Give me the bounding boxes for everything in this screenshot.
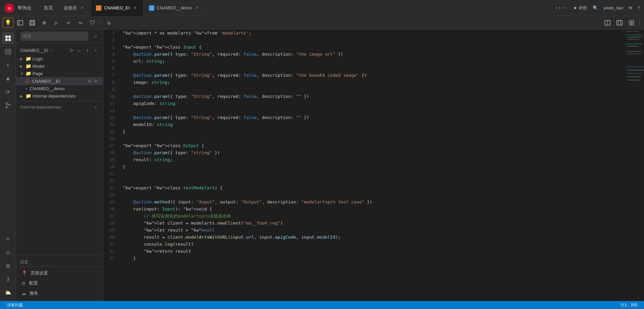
panel-collapse-button[interactable]: ◁ — [91, 32, 99, 40]
user-name[interactable]: yeats_liao — [603, 5, 623, 10]
code-line-21[interactable] — [120, 170, 624, 177]
code-line-6[interactable] — [120, 65, 624, 72]
code-line-4[interactable]: @action.param({ type: "String", required… — [120, 51, 624, 58]
icon-sidebar-globe-button[interactable]: ◎ — [2, 246, 14, 258]
icon-sidebar-cloud-button[interactable]: ⛅ — [2, 286, 14, 298]
code-line-2[interactable] — [120, 37, 624, 44]
editor-area: 1234567891011121314151617181920212223242… — [103, 29, 644, 301]
icon-sidebar-camera-button[interactable]: ⊙ — [2, 233, 14, 245]
icon-sidebar-history-button[interactable]: ⟳ — [2, 86, 14, 98]
tree-chevron-internal: ▶ — [20, 94, 24, 98]
code-line-20[interactable]: } — [120, 163, 624, 170]
search-button[interactable]: 🔍 — [593, 5, 598, 10]
external-deps-add-button[interactable]: ＋ — [92, 104, 99, 111]
code-line-17[interactable]: "kw">export "kw">class Output { — [120, 142, 624, 149]
file-tree-run-button[interactable]: ▷ — [76, 47, 83, 54]
code-line-33[interactable]: } — [120, 255, 624, 262]
settings-item-service[interactable]: ☁ 服务 — [16, 288, 103, 298]
tree-item-model[interactable]: ▶ 📁 Model — [16, 62, 103, 70]
toolbar-run-button[interactable]: ▷ — [51, 18, 62, 28]
review-icon: ★ — [573, 5, 577, 10]
toolbar-split-view-button[interactable] — [602, 18, 613, 28]
tree-item-cnameo-ei[interactable]: ⬡ CNAMEO__EI ⧉ ✏ — [16, 77, 103, 85]
status-cursor-position[interactable]: 行1，列0 — [618, 301, 640, 309]
code-line-18[interactable]: @action.param({ type: "string" }) — [120, 149, 624, 156]
tree-item-internal-deps[interactable]: ▶ 📁 Internal dependencies — [16, 92, 103, 100]
code-line-26[interactable]: run(input: Input): "kw">void { — [120, 205, 624, 212]
code-line-29[interactable]: "kw">let result = "kw">null — [120, 227, 624, 234]
toolbar-settings-button[interactable]: ⚙ — [39, 18, 50, 28]
toolbar-columns-button[interactable] — [614, 18, 625, 28]
file-tree-add-button[interactable]: ＋ — [92, 47, 99, 54]
code-content[interactable]: "kw">import * as modelarts "kw">from 'mo… — [120, 29, 624, 301]
tree-item-cnameo-demo[interactable]: ▪ CNAMEO__demo — [16, 85, 103, 92]
tree-item-logic[interactable]: ▶ 📁 Logic — [16, 55, 103, 62]
file-tree-dropdown-arrow[interactable]: ▾ — [50, 49, 52, 52]
line-number-23: 23 — [103, 184, 120, 191]
file-tree-expand-button[interactable]: ⬇ — [84, 47, 91, 54]
code-line-16[interactable] — [120, 135, 624, 142]
search-input[interactable] — [20, 32, 88, 41]
review-button[interactable]: ★ 评价 — [573, 5, 587, 11]
tree-item-page[interactable]: ▼ 📁 Page — [16, 70, 103, 77]
icon-sidebar-terminal-button[interactable]: ▤ — [2, 259, 14, 271]
tab-connector-close[interactable]: ✕ — [79, 5, 85, 11]
icon-sidebar-grid-button[interactable] — [2, 32, 14, 44]
tab-connector[interactable]: 连接器 ✕ — [58, 0, 91, 16]
code-line-3[interactable]: "kw">export "kw">class Input { — [120, 44, 624, 51]
tree-item-cnameo-ei-edit[interactable]: ✏ — [93, 78, 99, 84]
settings-item-config[interactable]: ⚙ 配置 — [16, 278, 103, 288]
file-tree-header: CNAMEO__EI ▾ ⟳ ▷ ⬇ ＋ — [16, 46, 103, 55]
code-line-12[interactable] — [120, 107, 624, 114]
code-line-19[interactable]: result: string; — [120, 156, 624, 163]
code-line-14[interactable]: modelId: string — [120, 121, 624, 128]
code-line-10[interactable]: @action.param({ type: "String", required… — [120, 93, 624, 100]
icon-sidebar-branch-button[interactable] — [2, 99, 14, 111]
top-navigation: 华 华为云 首页 连接器 ✕ CNAMEO_EI ✕ CNAMEO__demo … — [0, 0, 644, 16]
code-line-30[interactable]: result = client.modelArtsWithURL(input.u… — [120, 234, 624, 241]
toolbar-undo-button[interactable]: ↩ — [63, 18, 74, 28]
code-line-7[interactable]: @action.param({ type: "String", required… — [120, 72, 624, 79]
file-tree-refresh-button[interactable]: ⟳ — [68, 47, 75, 54]
logo-area[interactable]: 华 华为云 — [4, 3, 32, 13]
more-menu-button[interactable]: ··· — [552, 4, 568, 11]
toolbar-sidebar-toggle-button[interactable] — [15, 18, 25, 28]
mail-button[interactable]: ✉ — [629, 5, 632, 10]
code-line-24[interactable] — [120, 191, 624, 198]
settings-item-page-settings[interactable]: 📍 页面设置 — [16, 268, 103, 278]
code-line-32[interactable]: "kw">return result — [120, 248, 624, 255]
tab-cnameo-demo-close[interactable]: ✕ — [195, 5, 200, 11]
code-line-22[interactable] — [120, 177, 624, 184]
tab-cnameo-ei[interactable]: CNAMEO_EI ✕ — [91, 0, 144, 16]
tree-item-cnameo-ei-copy[interactable]: ⧉ — [86, 78, 92, 84]
toolbar-lightbulb-button[interactable]: 💡 — [3, 18, 13, 28]
toolbar-refresh-button[interactable]: ↻ — [104, 18, 114, 28]
code-line-13[interactable]: @action.param({ type: "String", required… — [120, 114, 624, 121]
code-line-28[interactable]: "kw">let client = modelarts.newClient("m… — [120, 220, 624, 227]
help-button[interactable]: ? — [638, 5, 640, 10]
nav-home[interactable]: 首页 — [38, 0, 58, 16]
toolbar-shield-button[interactable]: 🛡 — [87, 18, 98, 28]
code-line-5[interactable]: url: string; — [120, 58, 624, 65]
toolbar-grid-view-button[interactable] — [626, 18, 637, 28]
toolbar-save-button[interactable] — [27, 18, 38, 28]
svg-rect-21 — [8, 39, 11, 41]
code-line-27[interactable]: // 填写实例化的modelartspro连接器名称 — [120, 212, 624, 220]
tab-cnameo-ei-close[interactable]: ✕ — [132, 5, 138, 11]
code-line-8[interactable]: image: string; — [120, 79, 624, 86]
code-line-31[interactable]: console.log(result) — [120, 241, 624, 248]
code-line-11[interactable]: apigCode: string — [120, 100, 624, 107]
code-line-23[interactable]: "kw">export "kw">class testModelarts { — [120, 184, 624, 191]
toolbar-redo-button[interactable]: ↪ — [75, 18, 86, 28]
icon-sidebar-layers-button[interactable] — [2, 46, 14, 58]
code-line-1[interactable]: "kw">import * as modelarts "kw">from 'mo… — [120, 29, 624, 37]
icon-sidebar-user-button[interactable]: ◉ — [2, 72, 14, 84]
tab-cnameo-demo[interactable]: CNAMEO__demo ✕ — [144, 0, 206, 16]
icon-sidebar-key-button[interactable]: ⚷ — [2, 273, 14, 285]
code-line-15[interactable]: } — [120, 128, 624, 135]
logo-text: 华为云 — [17, 5, 32, 11]
code-line-9[interactable] — [120, 86, 624, 93]
status-no-problems[interactable]: 没有问题 — [4, 301, 25, 309]
code-line-25[interactable]: @action.method({ input: "Input", output:… — [120, 198, 624, 205]
icon-sidebar-download-button[interactable]: ⬇ — [2, 59, 14, 71]
